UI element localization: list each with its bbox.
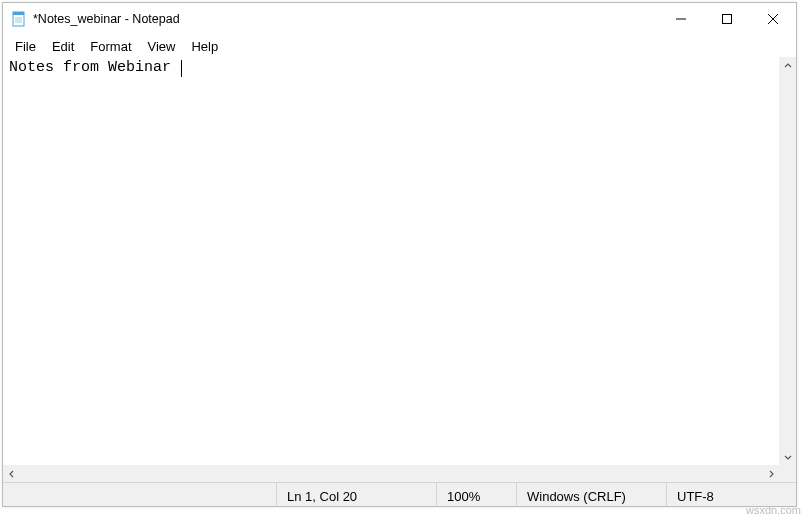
statusbar: Ln 1, Col 20 100% Windows (CRLF) UTF-8 (3, 482, 796, 506)
vertical-scrollbar[interactable] (779, 57, 796, 465)
svg-rect-1 (13, 12, 24, 15)
status-position: Ln 1, Col 20 (276, 483, 436, 506)
scroll-right-icon[interactable] (762, 465, 779, 482)
menu-help[interactable]: Help (183, 37, 226, 56)
window-controls (658, 3, 796, 35)
editor-content: Notes from Webinar (9, 59, 180, 76)
scroll-up-icon[interactable] (779, 57, 796, 74)
menu-view[interactable]: View (140, 37, 184, 56)
status-encoding: UTF-8 (666, 483, 796, 506)
horizontal-scrollbar[interactable] (3, 465, 779, 482)
menubar: File Edit Format View Help (3, 35, 796, 57)
menu-file[interactable]: File (7, 37, 44, 56)
notepad-window: *Notes_webinar - Notepad File Edit Forma… (2, 2, 797, 507)
status-zoom: 100% (436, 483, 516, 506)
notepad-icon (11, 11, 27, 27)
text-cursor (181, 60, 182, 77)
scroll-down-icon[interactable] (779, 448, 796, 465)
titlebar[interactable]: *Notes_webinar - Notepad (3, 3, 796, 35)
scroll-left-icon[interactable] (3, 465, 20, 482)
hscroll-row (3, 465, 796, 482)
scroll-corner (779, 465, 796, 482)
text-editor[interactable]: Notes from Webinar (3, 57, 779, 465)
maximize-button[interactable] (704, 3, 750, 35)
status-eol: Windows (CRLF) (516, 483, 666, 506)
status-spacer (3, 483, 276, 506)
editor-area: Notes from Webinar (3, 57, 796, 465)
close-button[interactable] (750, 3, 796, 35)
menu-edit[interactable]: Edit (44, 37, 82, 56)
svg-rect-6 (723, 15, 732, 24)
watermark: wsxdn.com (746, 504, 801, 516)
minimize-button[interactable] (658, 3, 704, 35)
menu-format[interactable]: Format (82, 37, 139, 56)
window-title: *Notes_webinar - Notepad (33, 12, 180, 26)
